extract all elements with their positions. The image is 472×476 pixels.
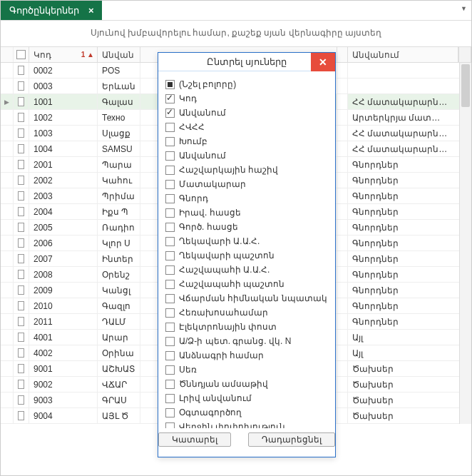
tab-close-icon[interactable]: ×	[86, 5, 96, 16]
tab-partners[interactable]: Գործընկերներ ×	[1, 1, 102, 20]
column-option[interactable]: Խումբ	[165, 134, 328, 148]
group-hint: Սյունով խմբավորելու համար, քաշեք սյան վե…	[1, 21, 471, 46]
checkbox-icon[interactable]	[165, 137, 175, 146]
row-indicator	[1, 188, 14, 203]
checkbox-icon[interactable]	[165, 380, 175, 389]
checkbox-icon[interactable]	[165, 351, 175, 360]
cell-last: Գնորդներ	[348, 251, 471, 266]
row-checkbox[interactable]	[14, 204, 29, 219]
row-indicator	[1, 63, 14, 78]
checkbox-icon[interactable]	[165, 223, 175, 232]
column-option[interactable]: Ծննդյան ամսաթիվ	[165, 377, 328, 391]
vertical-scrollbar[interactable]	[459, 63, 471, 424]
cell-code: 2001	[29, 157, 98, 172]
dialog-close-icon[interactable]: ✕	[311, 53, 335, 71]
tabbar-dropdown-icon[interactable]: ▼	[461, 5, 467, 12]
checkbox-icon[interactable]	[165, 80, 175, 89]
checkbox-icon[interactable]	[165, 94, 175, 103]
column-option[interactable]: Հաշվարկային հաշիվ	[165, 163, 328, 177]
header-name[interactable]: Անվան	[98, 47, 140, 62]
checkbox-icon[interactable]	[165, 237, 175, 246]
row-checkbox[interactable]	[14, 267, 29, 282]
header-code[interactable]: Կոդ 1 ▲	[29, 47, 98, 62]
row-checkbox[interactable]	[14, 63, 29, 78]
column-option[interactable]: Ղեկավարի պաշտոն	[165, 248, 328, 263]
cell-last	[348, 79, 471, 93]
column-option[interactable]: Մատակարար	[165, 177, 328, 191]
column-option[interactable]: Օգտագործող	[165, 405, 328, 420]
column-option[interactable]: (Նշել բոլորը)	[165, 77, 328, 91]
row-checkbox[interactable]	[14, 361, 29, 376]
scrollbar-thumb[interactable]	[461, 64, 470, 107]
row-checkbox[interactable]	[14, 345, 29, 360]
checkbox-icon[interactable]	[165, 394, 175, 403]
column-option[interactable]: Գնորդ	[165, 191, 328, 206]
column-option[interactable]: Վերջին փոփոխություն	[165, 420, 328, 428]
checkbox-icon[interactable]	[165, 180, 175, 189]
column-option[interactable]: Սեռ	[165, 363, 328, 377]
row-checkbox[interactable]	[14, 141, 29, 156]
header-checkbox[interactable]	[14, 47, 29, 62]
row-checkbox[interactable]	[14, 393, 29, 407]
checkbox-icon[interactable]	[165, 251, 175, 260]
row-indicator	[1, 79, 14, 93]
column-option[interactable]: Հաշվապահի Ա.Ա.Հ.	[165, 263, 328, 277]
checkbox-icon[interactable]	[165, 194, 175, 203]
column-option[interactable]: Իրավ. հասցե	[165, 206, 328, 220]
checkbox-icon[interactable]	[165, 123, 175, 132]
row-checkbox[interactable]	[14, 251, 29, 266]
column-option[interactable]: Ղեկավարի Ա.Ա.Հ.	[165, 234, 328, 248]
checkbox-icon[interactable]	[165, 408, 175, 417]
column-option[interactable]: Գործ. հասցե	[165, 220, 328, 234]
option-label: Ա/Ձ-ի պետ. գրանց. վկ. N	[179, 336, 291, 346]
row-checkbox[interactable]	[14, 283, 29, 298]
cell-blank	[337, 236, 348, 250]
checkbox-icon[interactable]	[165, 308, 175, 318]
checkbox-icon[interactable]	[165, 108, 175, 118]
checkbox-icon[interactable]	[165, 166, 175, 175]
checkbox-icon[interactable]	[165, 337, 175, 346]
row-checkbox[interactable]	[14, 126, 29, 141]
header-last[interactable]: Անվանում	[348, 47, 458, 62]
column-option[interactable]: Լրիվ անվանում	[165, 391, 328, 405]
column-option[interactable]: Անվանում	[165, 148, 328, 163]
row-checkbox[interactable]	[14, 94, 29, 109]
row-checkbox[interactable]	[14, 298, 29, 313]
header-blank	[337, 47, 348, 62]
checkbox-icon[interactable]	[165, 323, 175, 332]
row-checkbox[interactable]	[14, 314, 29, 329]
checkbox-icon[interactable]	[165, 208, 175, 218]
checkbox-icon[interactable]	[165, 422, 175, 429]
option-label: Կոդ	[179, 93, 197, 103]
row-checkbox[interactable]	[14, 330, 29, 345]
cancel-button[interactable]: Դադարեցնել	[248, 432, 335, 447]
column-option[interactable]: Կոդ	[165, 91, 328, 106]
row-checkbox[interactable]	[14, 220, 29, 235]
row-checkbox[interactable]	[14, 377, 29, 392]
ok-button[interactable]: Կատարել	[158, 432, 231, 447]
column-option[interactable]: Էլեկտրոնային փոստ	[165, 320, 328, 334]
row-indicator	[1, 157, 14, 172]
option-label: Հաշվապահի պաշտոն	[179, 279, 284, 289]
checkbox-icon[interactable]	[165, 280, 175, 289]
checkbox-icon[interactable]	[165, 151, 175, 161]
column-option[interactable]: Հեռախոսահամար	[165, 305, 328, 320]
column-option[interactable]: Անձնագրի համար	[165, 348, 328, 363]
checkbox-icon[interactable]	[165, 294, 175, 303]
row-checkbox[interactable]	[14, 110, 29, 125]
row-checkbox[interactable]	[14, 157, 29, 172]
row-checkbox[interactable]	[14, 173, 29, 188]
column-option[interactable]: Վճարման հիմնական նպատակ	[165, 291, 328, 305]
column-option[interactable]: Անվանում	[165, 106, 328, 120]
column-option[interactable]: ՀՎՀՀ	[165, 120, 328, 134]
cell-blank	[337, 267, 348, 282]
row-checkbox[interactable]	[14, 408, 29, 423]
column-option[interactable]: Հաշվապահի պաշտոն	[165, 277, 328, 291]
row-checkbox[interactable]	[14, 188, 29, 203]
column-option[interactable]: Ա/Ձ-ի պետ. գրանց. վկ. N	[165, 334, 328, 348]
row-checkbox[interactable]	[14, 236, 29, 250]
row-checkbox[interactable]	[14, 79, 29, 93]
cell-code: 4002	[29, 345, 98, 360]
checkbox-icon[interactable]	[165, 365, 175, 375]
checkbox-icon[interactable]	[165, 265, 175, 275]
